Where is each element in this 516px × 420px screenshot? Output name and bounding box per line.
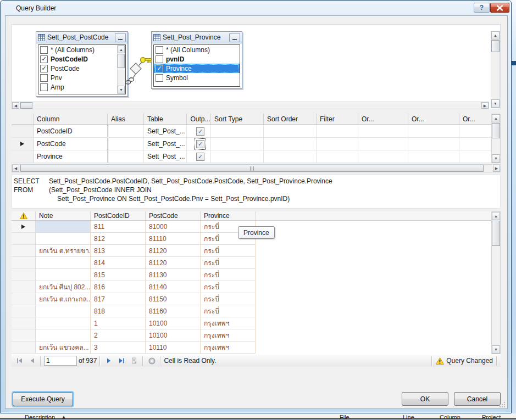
scroll-down-arrow[interactable]: ▼ (491, 99, 500, 108)
field-row[interactable]: pvnID (154, 54, 240, 64)
scroll-thumb[interactable] (492, 123, 500, 138)
grid-cell[interactable] (264, 138, 317, 150)
grid-cell-column[interactable]: PostCodeID (34, 125, 108, 138)
scroll-up-arrow[interactable]: ▲ (491, 31, 500, 40)
checkbox[interactable] (40, 83, 48, 91)
result-row[interactable]: 2 10100 กรุงเทพฯ (12, 329, 491, 341)
result-row[interactable]: 815 81130 กระบี่ (12, 269, 491, 281)
cell-postcodeid[interactable]: 811 (91, 221, 146, 233)
cell-province[interactable]: กระบี่ (201, 305, 256, 317)
minimize-button[interactable] (115, 33, 126, 42)
resize-grip-icon[interactable] (499, 401, 506, 408)
grid-row-current[interactable]: PostCode Sett_Post_... ✓ (12, 138, 491, 150)
checkbox-checked[interactable]: ✓ (40, 55, 48, 63)
cell-note[interactable] (36, 257, 91, 269)
cell-postcode[interactable]: 10100 (146, 329, 201, 341)
cell-province[interactable]: กระบี่ (201, 257, 256, 269)
table-window-postcode[interactable]: Sett_Post_PostCode * (All Columns) ✓Post… (36, 31, 128, 97)
scroll-left-arrow[interactable]: ◀ (12, 165, 19, 172)
grid-row[interactable]: PostCodeID Sett_Post_... ✓ (12, 125, 491, 138)
scroll-down-arrow[interactable]: ▼ (492, 154, 500, 163)
result-row[interactable]: 818 81160 กระบี่ (12, 305, 491, 317)
help-button[interactable]: ? (474, 3, 490, 13)
cell-note[interactable] (36, 305, 91, 317)
cell-postcodeid[interactable]: 2 (91, 329, 146, 341)
scroll-thumb[interactable] (491, 40, 500, 52)
field-list-scrollbar[interactable]: ▲ ▼ (117, 45, 125, 94)
grid-cell[interactable] (408, 150, 459, 163)
cell-note[interactable] (36, 221, 91, 233)
grid-row[interactable]: Province Sett_Post_... ✓ (12, 150, 491, 163)
row-selector[interactable] (12, 138, 34, 150)
grid-cell[interactable] (358, 150, 408, 163)
cell-province[interactable]: กระบี่ (201, 293, 256, 305)
cell-note[interactable]: ยกเว้น ต.เกาะกล... (36, 293, 91, 305)
grid-cell[interactable] (358, 138, 408, 150)
grid-cell-table[interactable]: Sett_Post_... (144, 138, 187, 150)
scroll-up-arrow[interactable]: ▲ (492, 212, 500, 220)
checkbox[interactable] (156, 55, 163, 63)
table-window-province[interactable]: Sett_Post_Province * (All Columns) pvnID… (151, 31, 242, 89)
grid-cell-output[interactable]: ✓ (187, 125, 211, 138)
cell-note[interactable] (36, 233, 91, 245)
scroll-up-arrow[interactable]: ▲ (492, 114, 500, 122)
move-last-button[interactable] (116, 356, 127, 366)
output-checkbox-checked[interactable]: ✓ (196, 127, 204, 136)
grid-cell-output[interactable]: ✓ (187, 138, 211, 150)
cell-province[interactable]: กระบี่ (201, 245, 256, 257)
grid-cell-alias[interactable] (108, 150, 144, 163)
checkbox[interactable] (156, 46, 163, 54)
result-row[interactable]: 1 10100 กรุงเทพฯ (12, 317, 491, 329)
row-selector[interactable] (12, 233, 36, 245)
cell-note[interactable] (36, 329, 91, 341)
grid-cell[interactable] (317, 125, 358, 138)
row-selector[interactable] (12, 293, 36, 305)
diagram-hscrollbar[interactable]: ◀ ▶ (12, 102, 489, 109)
cell-postcode[interactable]: 81140 (146, 281, 201, 293)
row-selector[interactable] (12, 221, 36, 233)
row-selector[interactable] (12, 269, 36, 281)
cell-province[interactable]: กรุงเทพฯ (201, 317, 256, 329)
cancel-button[interactable]: Cancel (454, 392, 501, 406)
cell-note[interactable]: ยกเว้น แขวงคล... (36, 341, 91, 354)
scroll-thumb[interactable] (492, 221, 500, 246)
row-selector[interactable] (12, 245, 36, 257)
cell-postcode[interactable]: 81150 (146, 293, 201, 305)
execute-query-button[interactable]: Execute Query (13, 392, 73, 406)
join-link-key-icon[interactable] (125, 53, 153, 87)
grid-cell[interactable] (317, 138, 358, 150)
ok-button[interactable]: OK (402, 392, 448, 406)
cell-postcodeid[interactable]: 812 (91, 233, 146, 245)
result-row[interactable]: 814 81120 กระบี่ (12, 257, 491, 269)
grid-cell[interactable] (211, 150, 264, 163)
row-selector[interactable] (12, 341, 36, 354)
field-row[interactable]: * (All Columns) (154, 45, 240, 54)
checkbox[interactable] (156, 74, 163, 82)
cell-postcode[interactable]: 81160 (146, 305, 201, 317)
grid-cell[interactable] (459, 150, 491, 163)
grid-cell[interactable] (408, 125, 459, 138)
cell-postcode[interactable]: 81120 (146, 257, 201, 269)
grid-cell[interactable] (358, 125, 408, 138)
scroll-right-arrow[interactable]: ▶ (493, 165, 500, 172)
result-row[interactable]: ยกเว้น ต.เกาะกล... 817 81150 กระบี่ (12, 293, 491, 305)
row-selector[interactable] (12, 257, 36, 269)
cell-note[interactable]: ยกเว้น ต.ทรายขา... (36, 245, 91, 257)
move-next-button[interactable] (103, 356, 114, 366)
position-input[interactable] (44, 356, 77, 366)
grid-vscrollbar[interactable]: ▲ ▼ (491, 114, 501, 163)
minimize-button[interactable] (229, 33, 240, 42)
scroll-right-arrow[interactable]: ▶ (481, 102, 489, 109)
cell-postcode[interactable]: 81110 (146, 233, 201, 245)
grid-cell[interactable] (264, 125, 317, 138)
scroll-down-arrow[interactable]: ▼ (118, 86, 125, 93)
cell-province[interactable]: กระบี่ (201, 281, 256, 293)
output-checkbox-checked[interactable]: ✓ (196, 140, 204, 148)
grid-cell[interactable] (408, 138, 459, 150)
cell-note[interactable] (36, 317, 91, 329)
cell-postcodeid[interactable]: 813 (91, 245, 146, 257)
cell-province[interactable]: กรุงเทพฯ (201, 341, 256, 354)
cell-postcodeid[interactable]: 3 (91, 341, 146, 354)
row-selector[interactable] (12, 281, 36, 293)
grid-cell[interactable] (317, 150, 358, 163)
